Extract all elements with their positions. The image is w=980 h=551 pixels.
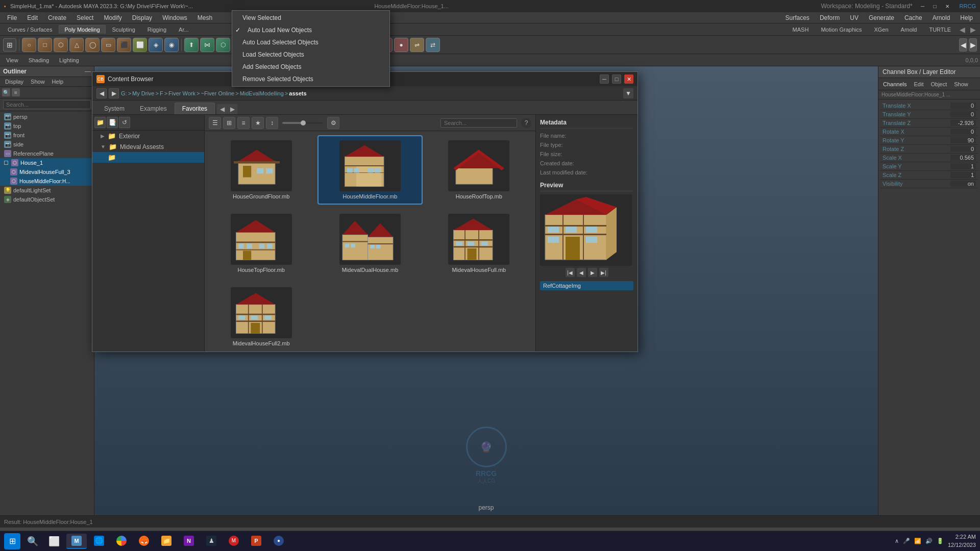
outliner-close-btn[interactable]: — <box>85 68 91 75</box>
dropdown-item-view-selected[interactable]: View Selected <box>232 12 389 24</box>
menu-modify[interactable]: Modify <box>99 13 127 22</box>
cb-search-input[interactable] <box>440 118 517 128</box>
taskbar-app-explorer[interactable]: 📁 <box>156 534 177 549</box>
cb-view-details[interactable]: ≡ <box>237 117 250 129</box>
outliner-item-house1[interactable]: ⬡ House_1 <box>0 158 94 167</box>
cb-tab-favorites[interactable]: Favorites <box>175 103 215 114</box>
cb-view-list[interactable]: ☰ <box>209 117 221 129</box>
taskbar-app-ppt[interactable]: P <box>246 534 266 549</box>
cb-tabs-arrow-left[interactable]: ◀ <box>217 104 227 114</box>
cb-tabs-arrow-right[interactable]: ▶ <box>227 104 237 114</box>
cb-bookmark-btn[interactable]: ★ <box>252 117 264 129</box>
tray-mic[interactable]: 🎤 <box>903 538 910 544</box>
cb-help-btn[interactable]: ? <box>521 118 531 128</box>
taskbar-app-steam[interactable]: ♟ <box>201 534 222 549</box>
shelf-icon-red2[interactable]: ● <box>394 38 408 52</box>
preview-play-next[interactable]: ▶ <box>588 268 597 277</box>
shelf-tab-curves[interactable]: Curves / Surfaces <box>2 25 58 34</box>
taskbar-app-chrome[interactable] <box>111 534 132 549</box>
outliner-search-input[interactable] <box>3 100 91 109</box>
cb-path-dropdown[interactable]: ▼ <box>623 88 633 98</box>
outliner-item-objectset[interactable]: ◈ defaultObjectSet <box>0 195 94 204</box>
cb-asset-topfloor[interactable]: HouseTopFloor.mb <box>209 209 313 278</box>
taskbar-app-edge[interactable]: 🌐 <box>89 534 109 549</box>
outliner-item-refplane[interactable]: ▭ ReferencePlane <box>0 149 94 158</box>
cb-asset-rooftop[interactable]: HouseRoofTop.mb <box>427 135 531 205</box>
maya-minimize-btn[interactable]: ─ <box>919 2 927 10</box>
shelf-icon-sphere[interactable]: ○ <box>22 38 36 52</box>
outliner-item-top[interactable]: 📷 top <box>0 121 94 131</box>
shelf-icon-pipe[interactable]: ⬜ <box>133 38 147 52</box>
cb-asset-groundfloor[interactable]: HouseGroundFloor.mb <box>209 135 313 205</box>
menu-uv[interactable]: UV <box>845 13 864 22</box>
cb-zoom-slider[interactable] <box>282 122 323 124</box>
shelf-tab-mash[interactable]: MASH <box>787 25 815 34</box>
shelf-tab-xgen[interactable]: XGen <box>868 25 894 34</box>
outliner-item-front[interactable]: 📷 front <box>0 131 94 140</box>
shelf-icon-cone[interactable]: △ <box>69 38 84 52</box>
dropdown-item-add-selected[interactable]: Add Selected Objects <box>232 61 389 73</box>
cb-asset-dualhouse[interactable]: MidevalDualHouse.mb <box>317 209 422 278</box>
taskbar-taskview[interactable]: ⬜ <box>45 532 63 550</box>
ref-cottage-img-label[interactable]: RefCottageImg <box>540 281 633 290</box>
taskbar-search[interactable]: 🔍 <box>23 532 42 550</box>
shelf-icon-subdivide[interactable]: ◈ <box>149 38 163 52</box>
maya-close-btn[interactable]: ✕ <box>943 2 951 10</box>
menu-deform[interactable]: Deform <box>815 13 845 22</box>
shelf-tab-motiongraphics[interactable]: Motion Graphics <box>815 25 867 34</box>
cb-tree-exterior[interactable]: ▶ 📁 Exterior <box>92 131 204 141</box>
maya-maximize-btn[interactable]: □ <box>931 2 939 10</box>
cb-sidebar-new-folder[interactable]: 📁 <box>94 117 106 128</box>
cb-tab-object[interactable]: Object <box>928 81 949 88</box>
shelf-icon-bridge[interactable]: ⋈ <box>200 38 214 52</box>
cb-forward-btn[interactable]: ▶ <box>109 88 119 98</box>
start-button[interactable]: ⊞ <box>4 533 20 549</box>
outliner-item-mideval3[interactable]: ⬡ MidevalHouseFull_3 <box>0 167 94 177</box>
taskbar-app-firefox[interactable]: 🦊 <box>134 534 154 549</box>
shelf-icon-brown1[interactable]: ⇌ <box>410 38 424 52</box>
cb-view-grid[interactable]: ⊞ <box>223 117 235 129</box>
cb-asset-middlefloor[interactable]: HouseMiddleFloor.mb <box>317 135 422 205</box>
cb-minimize-btn[interactable]: ─ <box>600 74 609 84</box>
outliner-item-side[interactable]: 📷 side <box>0 140 94 149</box>
tray-wifi[interactable]: 📶 <box>914 538 921 544</box>
cb-tab-examples[interactable]: Examples <box>132 103 175 114</box>
menu-help[interactable]: Help <box>955 13 978 22</box>
preview-play-fwd[interactable]: ▶| <box>599 268 608 277</box>
tray-battery[interactable]: 🔋 <box>937 538 944 544</box>
shelf-icon-cyl[interactable]: ⬡ <box>54 38 68 52</box>
outliner-item-lightset[interactable]: 💡 defaultLightSet <box>0 186 94 195</box>
taskbar-app-app2[interactable]: ● <box>268 534 289 549</box>
preview-play-back[interactable]: |◀ <box>566 268 575 277</box>
outliner-item-housemiddle[interactable]: ⬡ HouseMiddleFloor:H... <box>0 177 94 186</box>
shelf-tab-poly[interactable]: Poly Modeling <box>59 25 105 34</box>
cb-tree-subfolder[interactable]: 📁 <box>92 152 204 163</box>
shelf-tab-ar[interactable]: Ar... <box>173 25 194 34</box>
shelf-icon-blue1[interactable]: ⇄ <box>426 38 440 52</box>
menu-mesh[interactable]: Mesh <box>192 13 217 22</box>
shelf-scroll-left[interactable]: ◀ <box>959 38 967 52</box>
shelf-icon-extrude[interactable]: ⬆ <box>184 38 199 52</box>
menu-file[interactable]: File <box>2 13 22 22</box>
sec-lighting[interactable]: Lighting <box>55 56 83 64</box>
menu-windows[interactable]: Windows <box>157 13 192 22</box>
outliner-item-persp[interactable]: 📷 persp <box>0 112 94 121</box>
shelf-icon-plane[interactable]: ▭ <box>101 38 115 52</box>
cb-close-btn[interactable]: ✕ <box>624 74 633 84</box>
taskbar-app-app1[interactable]: M <box>224 534 244 549</box>
cb-sidebar-bookmark[interactable]: 📑 <box>107 117 118 128</box>
taskbar-app-maya[interactable]: M <box>66 534 87 549</box>
shelf-icon-disk[interactable]: ⬛ <box>117 38 131 52</box>
shelf-icon-bevel[interactable]: ⬡ <box>216 38 230 52</box>
preview-play-prev[interactable]: ◀ <box>577 268 586 277</box>
cb-tab-edit[interactable]: Edit <box>911 81 926 88</box>
menu-cache[interactable]: Cache <box>899 13 927 22</box>
menu-arnold[interactable]: Arnold <box>927 13 955 22</box>
dropdown-item-autoload-selected[interactable]: Auto Load Selected Objects <box>232 36 389 48</box>
menu-edit[interactable]: Edit <box>22 13 43 22</box>
menu-select[interactable]: Select <box>71 13 99 22</box>
cb-tree-mideval[interactable]: ▼ 📁 Mideval Assests <box>92 141 204 152</box>
dropdown-item-load-selected[interactable]: Load Selected Objects <box>232 48 389 61</box>
cb-settings-btn[interactable]: ⚙ <box>327 117 339 129</box>
shelf-scroll-right[interactable]: ▶ <box>969 38 977 52</box>
